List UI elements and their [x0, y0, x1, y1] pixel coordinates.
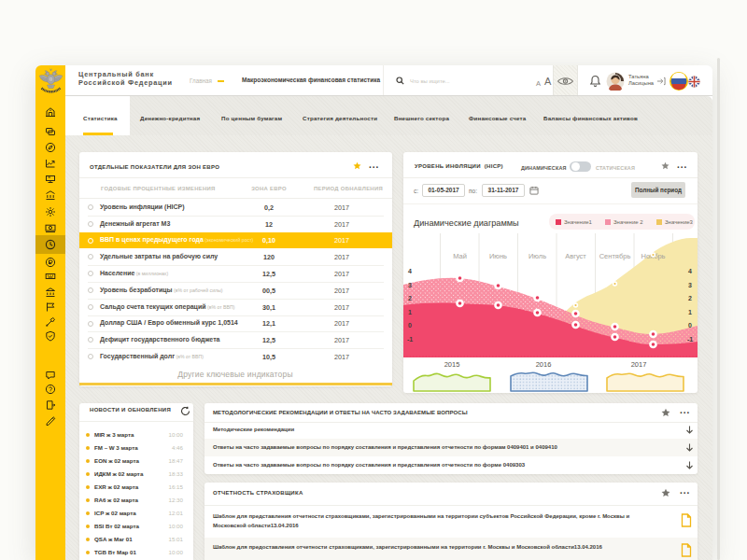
- svg-text:0: 0: [688, 322, 692, 329]
- svg-text:Июль: Июль: [529, 252, 546, 260]
- svg-text:Май: Май: [453, 252, 467, 260]
- svg-text:4: 4: [688, 268, 692, 274]
- svg-text:Август: Август: [565, 252, 586, 260]
- svg-text:2: 2: [408, 295, 412, 301]
- svg-text:4: 4: [408, 268, 412, 274]
- svg-text:2: 2: [688, 295, 692, 301]
- svg-text:Июнь: Июнь: [489, 252, 507, 260]
- svg-text:0: 0: [408, 322, 412, 329]
- svg-text:-1: -1: [687, 336, 693, 343]
- svg-text:1: 1: [408, 309, 412, 315]
- svg-text:1: 1: [688, 309, 692, 315]
- svg-text:3: 3: [688, 282, 692, 288]
- svg-text:3: 3: [408, 282, 412, 288]
- svg-text:Сентябрь: Сентябрь: [599, 252, 631, 260]
- svg-text:-1: -1: [407, 336, 413, 343]
